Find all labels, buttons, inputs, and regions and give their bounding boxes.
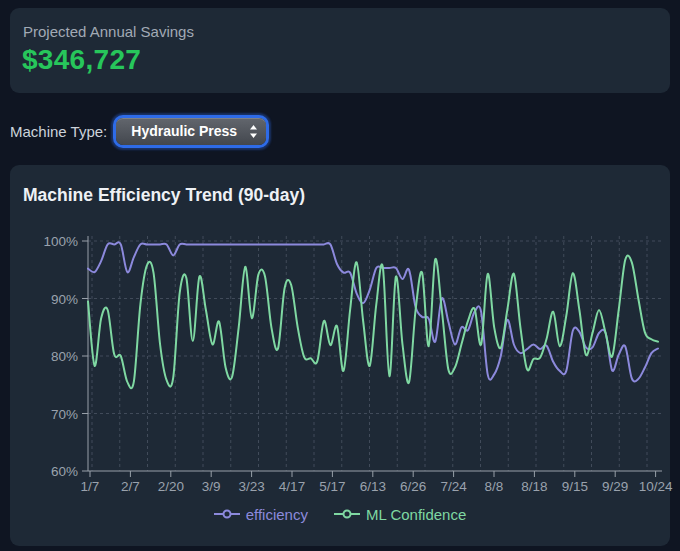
chart-card: Machine Efficiency Trend (90-day) 100%90… (10, 165, 670, 546)
machine-type-row: Machine Type: Hydraulic Press (10, 115, 266, 147)
svg-text:70%: 70% (51, 407, 78, 422)
svg-text:3/9: 3/9 (202, 479, 221, 494)
svg-text:4/17: 4/17 (279, 479, 305, 494)
chart-title: Machine Efficiency Trend (90-day) (10, 165, 670, 206)
svg-text:1/7: 1/7 (81, 479, 100, 494)
machine-type-select[interactable]: Hydraulic Press (116, 118, 266, 145)
svg-text:100%: 100% (43, 234, 78, 249)
select-up-down-arrows-icon (249, 124, 258, 139)
savings-label: Projected Annual Savings (10, 8, 670, 40)
legend-item-ml-confidence: ML Confidence (334, 506, 466, 523)
legend-label-ml-confidence: ML Confidence (366, 506, 466, 523)
efficiency-trend-chart: 100%90%80%70%60%1/72/72/203/93/234/175/1… (10, 210, 670, 502)
svg-text:6/26: 6/26 (400, 479, 426, 494)
svg-text:3/23: 3/23 (238, 479, 264, 494)
efficiency-legend-line-icon (214, 509, 240, 519)
chart-legend: efficiency ML Confidence (10, 503, 670, 525)
svg-text:2/7: 2/7 (121, 479, 140, 494)
svg-text:2/20: 2/20 (158, 479, 184, 494)
svg-text:80%: 80% (51, 349, 78, 364)
machine-type-selected-value: Hydraulic Press (131, 123, 237, 139)
savings-value: $346,727 (10, 40, 670, 76)
machine-type-label: Machine Type: (10, 123, 107, 140)
svg-text:90%: 90% (51, 292, 78, 307)
svg-text:7/24: 7/24 (440, 479, 467, 494)
ml-confidence-legend-line-icon (334, 509, 360, 519)
savings-card: Projected Annual Savings $346,727 (10, 8, 670, 93)
svg-text:60%: 60% (51, 464, 78, 479)
svg-text:8/8: 8/8 (485, 479, 504, 494)
svg-text:9/15: 9/15 (562, 479, 588, 494)
svg-text:6/13: 6/13 (360, 479, 386, 494)
svg-text:8/18: 8/18 (521, 479, 547, 494)
svg-text:9/29: 9/29 (602, 479, 628, 494)
svg-text:5/17: 5/17 (319, 479, 345, 494)
svg-text:10/24: 10/24 (639, 479, 673, 494)
legend-label-efficiency: efficiency (246, 506, 308, 523)
legend-item-efficiency: efficiency (214, 506, 308, 523)
